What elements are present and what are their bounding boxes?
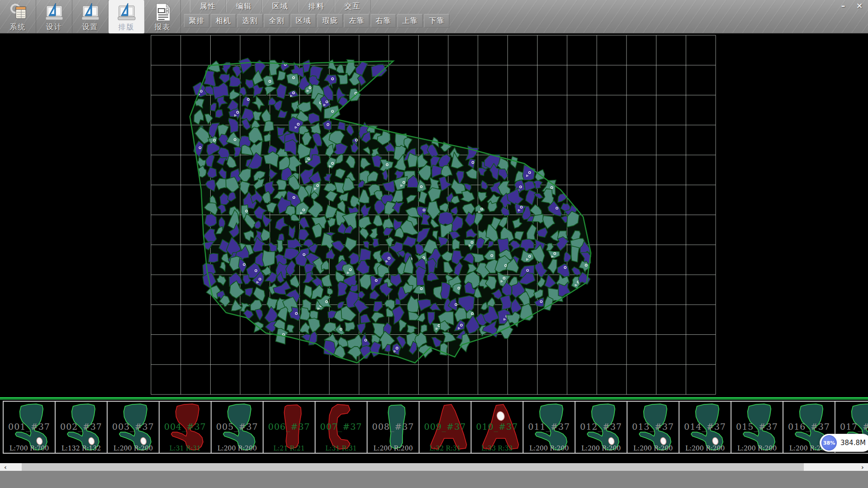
window-controls: – ✕	[837, 1, 865, 11]
piece-cell-8[interactable]: 008_#37L:200 R:200	[367, 401, 420, 454]
menu-tab-3[interactable]: 区域	[262, 0, 298, 12]
strip-divider-line	[0, 397, 868, 400]
piece-cell-11[interactable]: 011_#37L:200 R:200	[523, 401, 576, 454]
piece-cell-5[interactable]: 005_#37L:200 R:200	[211, 401, 264, 454]
piece-shape-preview	[576, 402, 627, 453]
piece-cell-9[interactable]: 009_#37L:32 R:31	[419, 401, 472, 454]
piece-thumbnail-strip: 001_#37L:700 R:700002_#37L:132 R:132003_…	[0, 397, 868, 454]
nav-tile-label: 系统	[10, 23, 26, 32]
piece-shape-preview	[627, 402, 679, 453]
piece-shape-preview	[56, 402, 107, 453]
tool-button-10[interactable]: 下靠	[424, 14, 449, 28]
menu-tab-4[interactable]: 排料	[298, 0, 335, 12]
nesting-ruler-icon	[116, 2, 137, 23]
piece-shape-preview	[160, 402, 211, 453]
menu-tab-5[interactable]: 交互	[335, 0, 371, 12]
piece-shape-preview	[212, 402, 263, 453]
piece-cell-6[interactable]: 006_#37L:21 R:21	[263, 401, 316, 454]
scrollbar-thumb[interactable]	[22, 463, 804, 471]
design-ruler-icon	[44, 2, 65, 23]
scroll-right-arrow-icon[interactable]: ›	[857, 463, 868, 471]
piece-cell-1[interactable]: 001_#37L:700 R:700	[3, 401, 56, 454]
nav-tile-1[interactable]: 系统	[0, 0, 36, 33]
piece-shape-preview	[264, 402, 315, 453]
menu-tab-1[interactable]: 属性	[190, 0, 226, 12]
piece-cell-12[interactable]: 012_#37L:200 R:200	[575, 401, 627, 454]
tool-button-4[interactable]: 全割	[264, 14, 289, 28]
piece-shape-preview	[731, 402, 783, 453]
piece-cell-4[interactable]: 004_#37L:31 R:31	[159, 401, 212, 454]
nav-tile-2[interactable]: 设计	[36, 0, 72, 33]
nav-tile-label: 排版	[118, 23, 135, 32]
piece-shape-preview	[108, 402, 159, 453]
piece-shape-preview	[368, 402, 419, 453]
percent-circle-badge: 38%	[821, 435, 837, 450]
nav-tile-label: 设计	[46, 23, 62, 32]
piece-cell-list: 001_#37L:700 R:700002_#37L:132 R:132003_…	[3, 401, 868, 454]
piece-shape-preview	[420, 402, 471, 453]
status-footer-bar	[0, 471, 868, 488]
tool-button-2[interactable]: 相机	[211, 14, 236, 28]
piece-cell-14[interactable]: 014_#37L:200 R:200	[679, 401, 731, 454]
piece-cell-2[interactable]: 002_#37L:132 R:132	[55, 401, 108, 454]
nav-tile-3[interactable]: 设置	[72, 0, 108, 33]
nesting-canvas[interactable]	[0, 33, 868, 397]
tool-button-9[interactable]: 上靠	[397, 14, 423, 28]
tool-button-8[interactable]: 右靠	[371, 14, 396, 28]
nav-tile-5[interactable]: 报表	[145, 0, 181, 33]
minimize-button[interactable]: –	[837, 1, 849, 11]
top-toolbar: 系统设计设置排版报表 属性编辑区域排料交互 聚排相机选割全割区域瑕疵左靠右靠上靠…	[0, 0, 868, 33]
system-gear-icon	[8, 2, 28, 23]
nav-tile-label: 报表	[155, 23, 171, 32]
report-document-icon	[152, 2, 173, 23]
piece-shape-preview	[316, 402, 367, 453]
tool-button-1[interactable]: 聚排	[184, 14, 209, 28]
tool-button-row: 聚排相机选割全割区域瑕疵左靠右靠上靠下靠	[184, 14, 451, 28]
piece-cell-3[interactable]: 003_#37L:200 R:200	[107, 401, 160, 454]
piece-shape-preview	[472, 402, 523, 453]
menu-tab-2[interactable]: 编辑	[226, 0, 262, 12]
tool-button-5[interactable]: 区域	[291, 14, 316, 28]
menu-tab-row: 属性编辑区域排料交互	[190, 0, 451, 12]
tool-button-3[interactable]: 选割	[237, 14, 263, 28]
settings-ruler-icon	[80, 2, 101, 23]
memory-size-label: 384.8M	[840, 439, 866, 447]
tool-button-7[interactable]: 左靠	[344, 14, 369, 28]
horizontal-scrollbar[interactable]: ‹ ›	[0, 463, 868, 471]
nesting-app-window: { "window": { "minimize_glyph": "–", "cl…	[0, 0, 868, 488]
menu-block: 属性编辑区域排料交互 聚排相机选割全割区域瑕疵左靠右靠上靠下靠	[190, 0, 451, 28]
tool-button-6[interactable]: 瑕疵	[317, 14, 343, 28]
piece-cell-13[interactable]: 013_#37L:200 R:200	[627, 401, 679, 454]
scroll-left-arrow-icon[interactable]: ‹	[0, 463, 11, 471]
nesting-drawing	[0, 33, 868, 397]
piece-shape-preview	[524, 402, 575, 453]
piece-cell-15[interactable]: 015_#37L:200 R:200	[731, 401, 783, 454]
piece-cell-7[interactable]: 007_#37L:31 R:31	[315, 401, 368, 454]
memory-status-badge[interactable]: 38% 384.8M	[820, 434, 868, 452]
nav-tile-4[interactable]: 排版	[108, 0, 145, 33]
nav-tile-bar: 系统设计设置排版报表	[0, 0, 181, 33]
piece-shape-preview	[679, 402, 731, 453]
piece-cell-10[interactable]: 010_#37L:33 R:33	[471, 401, 524, 454]
nav-tile-label: 设置	[82, 23, 99, 32]
piece-shape-preview	[4, 402, 55, 453]
close-button[interactable]: ✕	[854, 1, 865, 11]
